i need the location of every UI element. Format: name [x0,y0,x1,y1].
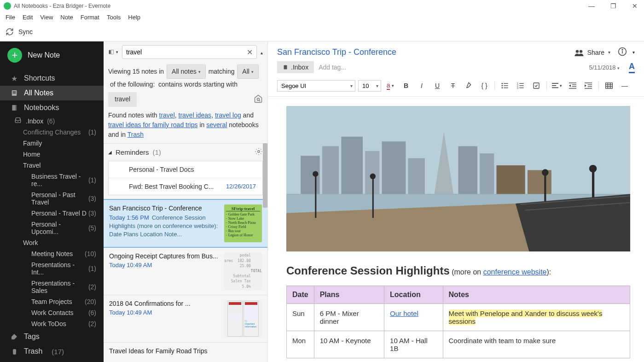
found-link-several[interactable]: several [206,121,227,128]
search-results-summary: Found notes with travel, travel ideas, t… [104,111,267,143]
found-link-travel-ideas[interactable]: travel ideas [179,111,212,119]
svg-point-15 [502,83,503,84]
note-title[interactable]: San Francisco Trip - Conference [277,47,574,57]
note-card-confirmations[interactable]: 2018 04 Confirmations for ... Today 10:4… [104,295,267,343]
search-input[interactable] [126,48,247,56]
found-link-travel-ideas-family[interactable]: travel ideas for family road trips [108,121,198,128]
filter-term-chip[interactable]: travel [108,92,137,106]
note-info-icon[interactable] [618,47,627,58]
sidebar-notebook-item[interactable]: Work [0,237,104,248]
sidebar-inbox[interactable]: .Inbox (6) [0,115,104,127]
sidebar-notebook-item[interactable]: Family [0,138,104,149]
sidebar-tags[interactable]: Tags [0,329,104,344]
tag-icon [10,333,18,341]
sidebar-trash[interactable]: Trash (17) [0,344,104,359]
found-link-travel[interactable]: travel [159,111,175,119]
sidebar-shortcuts[interactable]: ★ Shortcuts [0,71,104,86]
code-block-button[interactable]: { } [478,80,491,92]
sidebar-notebooks[interactable]: Notebooks [0,100,104,115]
menu-format[interactable]: Format [77,13,103,22]
close-button[interactable]: ✕ [629,2,640,10]
found-link-trash[interactable]: Trash [128,131,144,138]
note-thumb-receipt: pedal arms 182.0025.00SubtotalSales Tax … [224,252,262,290]
sidebar-notebook-item[interactable]: Team Projects(20) [0,296,104,307]
note-more-icon[interactable]: ▾ [632,50,635,55]
note-date[interactable]: 5/11/2018 ▾ [589,64,620,71]
menu-tools[interactable]: Tools [103,13,124,22]
italic-button[interactable]: I [415,80,428,92]
our-hotel-link[interactable]: Our hotel [390,309,418,317]
table-button[interactable] [603,80,615,92]
sidebar-notebook-item[interactable]: Work Contacts(6) [0,307,104,318]
note-heading: Conference Session Highlights (more on c… [286,264,630,277]
sidebar-notebook-item[interactable]: Meeting Notes(10) [0,248,104,259]
menu-edit[interactable]: Edit [19,13,36,22]
sidebar-notebook-item[interactable]: Business Travel - re...(1) [0,171,104,189]
note-body[interactable]: Conference Session Highlights (more on c… [268,97,644,362]
highlight-button[interactable] [462,80,475,92]
hr-button[interactable]: — [618,80,631,92]
svg-point-59 [313,171,318,176]
svg-rect-31 [569,82,576,83]
trash-icon [10,347,18,356]
note-notebook-chip[interactable]: .Inbox [277,61,314,73]
sidebar-notebook-item[interactable]: Home [0,149,104,160]
sidebar-notebook-item[interactable]: Presentations - Sales(2) [0,278,104,296]
collapse-search-icon[interactable]: ▴ [261,50,263,55]
filter-match-chip[interactable]: All▾ [237,64,259,79]
search-filter-summary: Viewing 15 notes in All notes▾ matching … [104,63,267,111]
reminder-row[interactable]: Personal - Travel Docs [109,161,262,178]
clear-search-icon[interactable]: ✕ [247,48,253,57]
note-card-receipt[interactable]: Ongoing Receipt Captures from Bus... Tod… [104,248,267,295]
font-size-select[interactable]: 10 [358,80,381,92]
view-mode-button[interactable]: ▾ [108,47,118,57]
minimize-button[interactable]: — [586,2,598,10]
bullet-list-button[interactable] [499,80,511,92]
reminder-row[interactable]: Fwd: Best Travel Booking C...12/26/2017 [109,178,262,195]
sidebar-trash-label: Trash [24,347,42,356]
reminders-collapse-icon[interactable]: ◢ [108,150,112,155]
filter-scope-chip[interactable]: All notes▾ [167,64,206,79]
reminders-settings-icon[interactable] [255,147,263,157]
sidebar-notebook-item[interactable]: Work ToDos(2) [0,318,104,329]
svg-rect-48 [322,146,339,194]
indent-button[interactable] [582,80,595,92]
note-card-sf-trip[interactable]: San Francisco Trip - Conference Today 1:… [104,199,267,248]
sidebar-notebook-item[interactable]: Personal - Past Travel(3) [0,189,104,208]
sync-button-label[interactable]: Sync [18,28,33,35]
checklist-button[interactable] [530,80,543,92]
menu-note[interactable]: Note [57,13,76,22]
font-color-button[interactable]: a ▾ [384,80,397,92]
numbered-list-button[interactable]: 123 [514,80,527,92]
found-link-travel-log[interactable]: travel log [215,111,241,119]
add-tag-input[interactable]: Add tag... [319,64,584,71]
outdent-button[interactable] [566,80,579,92]
new-note-button[interactable]: + New Note [0,41,104,71]
note-card-travel-ideas[interactable]: Travel Ideas for Family Road Trips [104,343,267,361]
sidebar-notebook-item[interactable]: Personal - Upcomi...(5) [0,219,104,237]
menu-file[interactable]: File [2,13,19,22]
maximize-button[interactable]: ❐ [608,2,619,10]
sidebar-notebook-item[interactable]: Presentations - Int...(1) [0,259,104,278]
svg-point-13 [622,49,623,50]
bold-button[interactable]: B [400,80,412,92]
sidebar-all-notes[interactable]: All Notes [0,86,104,100]
underline-button[interactable]: U [431,80,444,92]
sidebar-notebook-item[interactable]: Conflicting Changes(1) [0,127,104,138]
sync-icon[interactable] [6,28,14,36]
svg-rect-6 [111,50,114,54]
scrollbar-thumb[interactable] [263,143,267,208]
font-family-select[interactable]: Segoe UI [277,80,355,92]
strikethrough-button[interactable]: T [447,80,459,92]
align-button[interactable]: ▾ [551,80,563,92]
search-box[interactable]: ✕ [122,45,257,59]
note-editor-panel: San Francisco Trip - Conference Share▾ ▾… [268,41,644,362]
search-explain-icon[interactable] [254,94,263,103]
simplify-format-icon[interactable]: A [629,62,635,73]
conference-website-link[interactable]: conference website [483,268,547,276]
sidebar-notebook-item[interactable]: Travel [0,160,104,171]
sidebar-notebook-item[interactable]: Personal - Travel D(3) [0,208,104,219]
menu-view[interactable]: View [36,13,57,22]
share-button[interactable]: Share▾ [574,49,610,56]
menu-help[interactable]: Help [124,13,144,22]
